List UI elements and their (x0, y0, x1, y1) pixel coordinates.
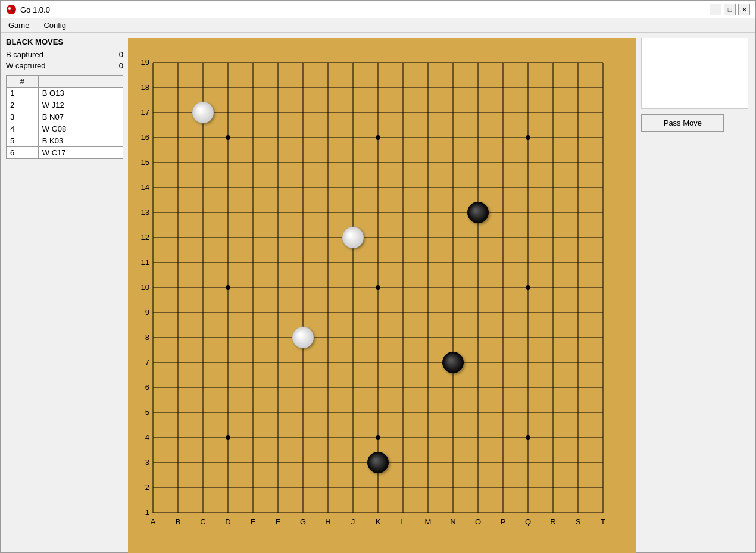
w-captured-label: W captured (6, 61, 45, 70)
app-icon (6, 4, 17, 15)
menu-config[interactable]: Config (41, 20, 68, 31)
b-captured-row: B captured 0 (6, 50, 123, 59)
content-area: BLACK MOVES B captured 0 W captured 0 # (1, 33, 755, 553)
svg-point-0 (7, 5, 16, 14)
move-number: 5 (7, 135, 39, 147)
move-number: 3 (7, 111, 39, 123)
table-row: 1B O13 (7, 88, 123, 99)
preview-box (641, 38, 748, 109)
move-number: 6 (7, 147, 39, 159)
minimize-button[interactable]: ─ (710, 4, 721, 15)
b-captured-value: 0 (119, 50, 123, 59)
left-panel: BLACK MOVES B captured 0 W captured 0 # (6, 38, 123, 553)
svg-point-1 (8, 7, 11, 10)
menu-game[interactable]: Game (6, 20, 32, 31)
move-notation: W C17 (38, 147, 123, 159)
go-board[interactable] (135, 45, 627, 548)
title-bar-left: Go 1.0.0 (6, 4, 50, 15)
title-bar: Go 1.0.0 ─ □ ✕ (1, 1, 755, 18)
table-row: 4W G08 (7, 123, 123, 135)
status-section: BLACK MOVES B captured 0 W captured 0 # (6, 38, 123, 159)
center-panel (128, 38, 636, 553)
close-button[interactable]: ✕ (738, 4, 750, 15)
window-title: Go 1.0.0 (20, 5, 50, 14)
menu-bar: Game Config (1, 18, 755, 33)
maximize-button[interactable]: □ (724, 4, 736, 15)
board-container[interactable] (128, 38, 636, 553)
move-notation: B K03 (38, 135, 123, 147)
move-notation: W J12 (38, 99, 123, 111)
b-captured-label: B captured (6, 50, 43, 59)
table-row: 2W J12 (7, 99, 123, 111)
move-notation: B O13 (38, 88, 123, 99)
move-number: 4 (7, 123, 39, 135)
move-number: 2 (7, 99, 39, 111)
table-row: 5B K03 (7, 135, 123, 147)
move-notation: B N07 (38, 111, 123, 123)
black-moves-label: BLACK MOVES (6, 38, 123, 46)
main-window: Go 1.0.0 ─ □ ✕ Game Config BLACK MOVES B… (0, 0, 756, 553)
col-header-move (38, 76, 123, 88)
pass-move-button[interactable]: Pass Move (641, 114, 724, 132)
moves-table: # 1B O132W J123B N074W G085B K036W C17 (6, 75, 123, 159)
col-header-num: # (7, 76, 39, 88)
table-row: 3B N07 (7, 111, 123, 123)
table-row: 6W C17 (7, 147, 123, 159)
right-panel: Pass Move (641, 38, 750, 553)
w-captured-value: 0 (119, 61, 123, 70)
move-notation: W G08 (38, 123, 123, 135)
move-number: 1 (7, 88, 39, 99)
svg-point-2 (12, 10, 14, 12)
w-captured-row: W captured 0 (6, 61, 123, 70)
title-controls: ─ □ ✕ (710, 4, 750, 15)
